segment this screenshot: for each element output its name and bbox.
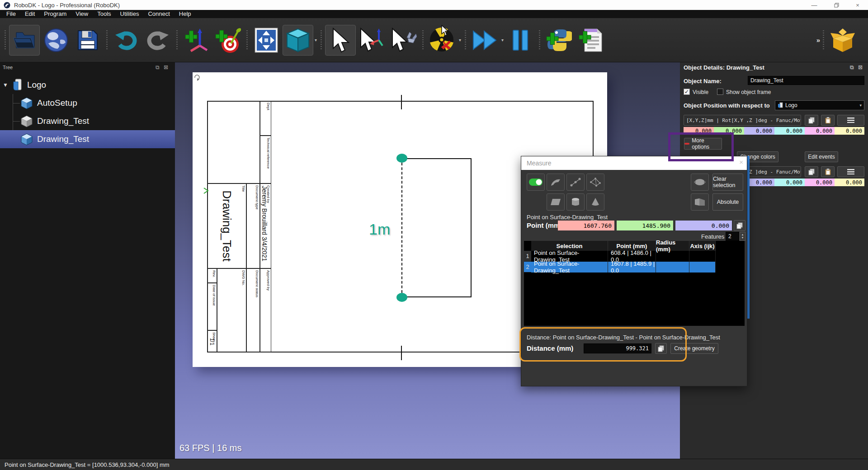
menu-tools[interactable]: Tools [93,10,115,18]
point-y-field[interactable]: 1485.900 [617,221,673,230]
features-spinner-value[interactable]: 2 [726,232,739,241]
measure-cylinder-button[interactable] [566,193,585,211]
move-tool-button[interactable] [388,25,419,56]
title-bar: RoboDK - Logo - Professional (RoboDK) [0,0,868,10]
pose-rx-value[interactable]: 0.000 [774,127,805,135]
float-panel-icon[interactable]: ⧉ [156,64,160,70]
pose-rz-value[interactable]: 0.000 [835,127,864,135]
menu-utilities[interactable]: Utilities [116,10,144,18]
point-x-field[interactable]: 1607.760 [558,221,614,230]
float-panel-icon[interactable]: ⧉ [850,64,854,70]
open-file-button[interactable] [9,25,40,56]
measure-fold-plane-button[interactable] [691,193,709,211]
clear-selection-button[interactable]: Clear selection [712,174,743,191]
toolbar-grip[interactable] [465,30,466,50]
menu-file[interactable]: File [2,10,20,18]
pose-menu-button[interactable] [837,115,864,126]
minimize-button[interactable]: — [804,0,825,10]
col-header-axis[interactable]: Axis (ijk) [689,241,716,251]
add-target-button[interactable] [212,25,243,56]
isometric-view-button[interactable] [283,25,313,56]
add-python-button[interactable] [543,25,574,56]
visible-checkbox[interactable]: ✓ [684,89,690,95]
toolbar-grip[interactable] [823,30,824,50]
measure-point-2[interactable] [396,293,407,302]
close-icon[interactable]: × [739,158,743,166]
menu-program[interactable]: Program [39,10,71,18]
toolbar-grip[interactable] [5,30,6,50]
drawing-title-text: Drawing_Test [220,190,234,262]
simulation-dropdown-arrow[interactable]: ▾ [501,38,504,42]
menu-connect[interactable]: Connect [143,10,174,18]
features-spinner-arrows[interactable]: ▲▼ [740,232,745,241]
object-position-label: Object Position with respect to [684,102,770,109]
copy-point-button[interactable] [734,220,745,231]
close-button[interactable]: × [847,0,868,10]
parent-frame-dropdown[interactable]: Logo ▾ [775,100,864,110]
menu-edit[interactable]: Edit [20,10,39,18]
measure-polyline-button[interactable] [566,174,585,191]
add-program-button[interactable] [575,25,606,56]
object-name-input[interactable]: Drawing_Test [748,76,864,85]
export-station-button[interactable] [827,25,858,56]
toolbar-grip[interactable] [106,30,108,50]
measure-cone-button[interactable] [586,193,604,211]
redo-button[interactable] [142,25,173,56]
paste-pose-button-2[interactable] [821,166,835,177]
pose-format-dropdown[interactable]: [X,Y,Z]mm | Rot[X,Y ,Z ]deg - Fanuc/Moto… [684,115,801,126]
toolbar-grip[interactable] [422,30,424,50]
undo-button[interactable] [111,25,142,56]
pose-ry-value[interactable]: 0.000 [805,179,835,186]
pose-ry-value[interactable]: 0.000 [805,127,835,135]
pose-menu-button-2[interactable] [837,166,864,177]
add-reference-frame-button[interactable] [181,25,212,56]
point-z-field[interactable]: 0.000 [675,221,732,230]
open-library-button[interactable] [41,25,71,56]
fit-all-button[interactable] [251,25,282,56]
measure-ellipse-button[interactable] [691,174,709,191]
pause-button[interactable] [505,25,536,56]
polyline-points-icon [570,178,581,187]
tree-expander-icon[interactable]: ▼ [3,82,8,88]
title-block: Dept Technical reference Title Drawing_T… [207,101,271,352]
menu-view[interactable]: View [71,10,93,18]
measure-enable-toggle[interactable] [527,174,545,191]
absolute-button[interactable]: Absolute [712,193,743,211]
menu-help[interactable]: Help [175,10,196,18]
measure-plane-button[interactable] [547,193,565,211]
measure-arc-button[interactable] [547,174,565,191]
show-object-frame-checkbox[interactable] [717,89,723,95]
close-panel-icon[interactable]: ⊠ [858,64,863,70]
collision-dropdown-arrow[interactable]: ▾ [459,38,461,42]
col-header-radius[interactable]: Radius (mm) [656,241,689,251]
measure-window-title: Measure [527,160,551,167]
tree-item-logo[interactable]: ▼ Logo [0,76,175,94]
tree-item-autosetup[interactable]: AutoSetup [0,94,175,112]
paste-pose-button[interactable] [821,115,835,126]
tree-item-drawing-test-1[interactable]: Drawing_Test [0,112,175,130]
save-button[interactable] [72,25,103,56]
measure-mesh-button[interactable] [586,174,604,191]
edit-events-button[interactable]: Edit events [805,151,838,162]
tree-panel-title: Tree [3,65,13,70]
measure-point-1[interactable] [396,154,407,163]
tree-item-drawing-test-2-selected[interactable]: Drawing_Test [0,130,175,148]
pose-rx-value[interactable]: 0.000 [774,179,805,186]
toolbar-grip[interactable] [321,30,322,50]
table-row-selected[interactable]: 2 Point on Surface-Drawing_Test 1607.8 |… [524,262,745,273]
copy-pose-button-2[interactable] [805,166,818,177]
toolbar-grip[interactable] [246,30,248,50]
toolbar-grip[interactable] [539,30,540,50]
move-reference-button[interactable] [357,25,387,56]
pose-rz-value[interactable]: 0.000 [835,179,864,186]
toolbar-grip[interactable] [176,30,178,50]
restore-button[interactable] [826,0,847,10]
add-program-icon [578,27,603,53]
select-tool-button[interactable] [325,25,356,56]
pose-z-value[interactable]: 0.000 [744,127,774,135]
toolbar-overflow-chevron[interactable]: » [816,36,820,44]
view-dropdown-arrow[interactable]: ▾ [315,38,317,42]
close-panel-icon[interactable]: ⊠ [164,64,168,70]
copy-pose-button[interactable] [805,115,818,126]
fast-simulation-button[interactable] [469,25,500,56]
